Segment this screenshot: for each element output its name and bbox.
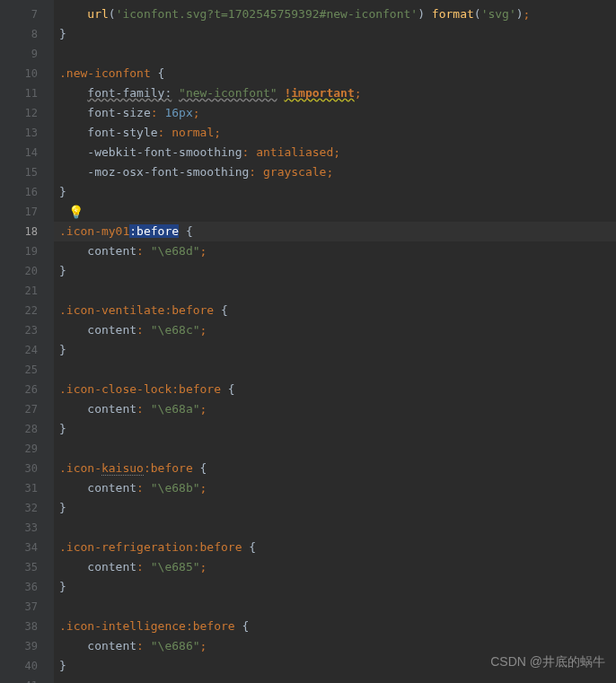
code-line[interactable]	[59, 518, 616, 538]
code-line-active[interactable]: .icon-my01:before {	[54, 222, 616, 241]
code-line[interactable]: content: "\e68c";	[59, 320, 616, 340]
line-number[interactable]: 23	[0, 320, 54, 340]
code-line[interactable]: font-size: 16px;	[59, 103, 616, 123]
code-line[interactable]: .new-iconfont {	[59, 64, 616, 83]
line-number[interactable]: 26	[0, 380, 54, 399]
code-line[interactable]	[59, 281, 616, 301]
code-line[interactable]	[59, 360, 616, 380]
line-number[interactable]: 22	[0, 301, 54, 320]
code-line[interactable]: }	[59, 419, 616, 439]
code-line[interactable]: }	[59, 24, 616, 44]
line-number[interactable]: 12	[0, 103, 54, 123]
code-line[interactable]: }	[59, 498, 616, 518]
code-line[interactable]: content: "\e68a";	[59, 399, 616, 419]
line-number[interactable]: 8	[0, 24, 54, 44]
line-number[interactable]: 30	[0, 459, 54, 478]
code-line[interactable]: .icon-ventilate:before {	[59, 301, 616, 320]
line-number[interactable]: 29	[0, 439, 54, 459]
line-number[interactable]: 34	[0, 538, 54, 557]
line-number[interactable]: 17	[0, 202, 54, 222]
line-number[interactable]: 15	[0, 162, 54, 182]
line-number-gutter: 7 8 9 10 11 12 13 14 15 16 17 18 19 20 2…	[0, 0, 54, 683]
line-number[interactable]: 37	[0, 597, 54, 617]
line-number[interactable]: 9	[0, 44, 54, 64]
code-line[interactable]: .icon-close-lock:before {	[59, 380, 616, 399]
code-line[interactable]	[59, 44, 616, 64]
code-line[interactable]: .icon-intelligence:before {	[59, 617, 616, 636]
code-line[interactable]	[59, 597, 616, 617]
line-number[interactable]: 35	[0, 557, 54, 577]
code-line[interactable]: font-style: normal;	[59, 123, 616, 143]
code-line[interactable]: content: "\e685";	[59, 557, 616, 577]
code-editor: 7 8 9 10 11 12 13 14 15 16 17 18 19 20 2…	[0, 0, 616, 683]
code-line[interactable]: -moz-osx-font-smoothing: grayscale;	[59, 162, 616, 182]
code-line[interactable]: }	[59, 182, 616, 202]
line-number[interactable]: 39	[0, 636, 54, 656]
line-number[interactable]: 40	[0, 656, 54, 676]
line-number[interactable]: 36	[0, 577, 54, 597]
line-number[interactable]: 14	[0, 143, 54, 162]
code-line[interactable]: .icon-refrigeration:before {	[59, 538, 616, 557]
line-number[interactable]: 31	[0, 478, 54, 498]
line-number[interactable]: 7	[0, 4, 54, 24]
code-line[interactable]: content: "\e686";	[59, 636, 616, 656]
code-line[interactable]: }	[59, 261, 616, 281]
line-number[interactable]: 25	[0, 360, 54, 380]
code-line[interactable]	[59, 439, 616, 459]
code-line[interactable]: }	[59, 340, 616, 360]
code-line[interactable]: url('iconfont.svg?t=1702545759392#new-ic…	[59, 4, 616, 24]
line-number[interactable]: 32	[0, 498, 54, 518]
line-number[interactable]: 10	[0, 64, 54, 83]
code-line[interactable]: 💡	[59, 202, 616, 222]
code-line[interactable]: -webkit-font-smoothing: antialiased;	[59, 143, 616, 162]
code-line[interactable]: content: "\e68d";	[59, 241, 616, 261]
lightbulb-icon[interactable]: 💡	[68, 202, 84, 222]
line-number[interactable]: 16	[0, 182, 54, 202]
line-number[interactable]: 41	[0, 676, 54, 683]
line-number[interactable]: 21	[0, 281, 54, 301]
code-line[interactable]: }	[59, 656, 616, 676]
line-number[interactable]: 33	[0, 518, 54, 538]
code-line[interactable]: }	[59, 577, 616, 597]
code-line[interactable]	[59, 676, 616, 683]
line-number-active[interactable]: 18	[0, 222, 54, 241]
line-number[interactable]: 11	[0, 83, 54, 103]
line-number[interactable]: 27	[0, 399, 54, 419]
line-number[interactable]: 19	[0, 241, 54, 261]
line-number[interactable]: 20	[0, 261, 54, 281]
code-line[interactable]: font-family: "new-iconfont" !important;	[59, 83, 616, 103]
line-number[interactable]: 28	[0, 419, 54, 439]
line-number[interactable]: 13	[0, 123, 54, 143]
code-line[interactable]: .icon-kaisuo:before {	[59, 459, 616, 478]
code-content[interactable]: url('iconfont.svg?t=1702545759392#new-ic…	[54, 0, 616, 683]
line-number[interactable]: 38	[0, 617, 54, 636]
line-number[interactable]: 24	[0, 340, 54, 360]
code-line[interactable]: content: "\e68b";	[59, 478, 616, 498]
